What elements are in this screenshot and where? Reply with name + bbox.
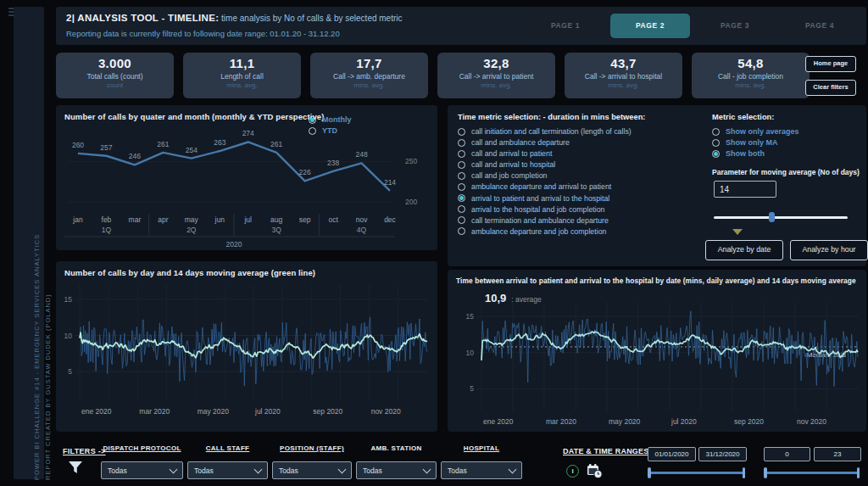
- filter-dropdown[interactable]: Todas: [187, 461, 268, 479]
- filter-dropdown[interactable]: Todas: [441, 461, 522, 479]
- sidebar-credit-line-2: REPORT CREATED BY GUSTAW DUDEK (POLAND): [44, 18, 54, 480]
- daily-calls-chart[interactable]: 15105ene 2020mar 2020may 2020jul 2020sep…: [59, 280, 432, 421]
- radio-unselected-icon[interactable]: [712, 139, 720, 147]
- slider-track: [714, 216, 848, 219]
- chart-text: 250: [405, 157, 417, 165]
- chart-text: 4Q: [357, 226, 367, 234]
- filter-funnel-icon[interactable]: [68, 461, 84, 475]
- metric-selection-option[interactable]: Show only MA: [712, 138, 799, 147]
- radio-unselected-icon[interactable]: [458, 150, 465, 158]
- clear-filters-button[interactable]: Clear filters: [805, 80, 856, 96]
- chart-text: 254: [186, 146, 198, 154]
- kpi-label: Length of call: [183, 72, 301, 81]
- filter-dropdown[interactable]: Todas: [101, 461, 183, 479]
- time-metric-option[interactable]: call and arrival to hospital: [458, 160, 632, 169]
- daily-metric-chart[interactable]: 15105Median: 10,8ene 2020mar 2020may 202…: [453, 297, 863, 431]
- hour-to-input[interactable]: [814, 447, 861, 461]
- monthly-line-series: [78, 142, 390, 190]
- time-metric-label: call and arrival to patient: [471, 149, 552, 158]
- time-metric-option[interactable]: ambulance departure and job completion: [458, 227, 632, 236]
- filter-group-label: DISPATCH PROTOCOL: [101, 444, 183, 456]
- filter-group-call-staff: CALL STAFFTodas: [187, 444, 268, 479]
- kpi-sub: mins. avg.: [310, 81, 428, 89]
- metric-selection-options: Show only averagesShow only MAShow both: [712, 127, 799, 160]
- time-metric-option[interactable]: arrival to the hospital and job completi…: [458, 205, 632, 214]
- hour-from-input[interactable]: [764, 447, 810, 461]
- slider-handle-right[interactable]: [857, 467, 860, 478]
- time-metric-label: call termination and ambulance departure: [471, 216, 609, 225]
- filter-dropdown-value: Todas: [108, 466, 127, 475]
- chart-text: 214: [384, 178, 396, 187]
- tab-page-4[interactable]: PAGE 4: [780, 14, 860, 38]
- time-metric-option[interactable]: ambulance departure and arrival to patie…: [458, 182, 632, 191]
- metric-selection-option[interactable]: Show both: [712, 149, 799, 158]
- chart-text: ene 2020: [483, 417, 514, 426]
- time-metric-option[interactable]: call and arrival to patient: [458, 149, 632, 158]
- radio-selected-icon[interactable]: [309, 116, 316, 124]
- kpi-sub: count: [56, 81, 174, 89]
- radio-selected-icon[interactable]: [712, 150, 720, 158]
- radio-unselected-icon[interactable]: [458, 183, 465, 191]
- time-metric-option[interactable]: arrival to patient and arrival to the ho…: [458, 194, 632, 203]
- filter-dropdown[interactable]: Todas: [356, 461, 437, 479]
- slider-handle-left[interactable]: [764, 467, 767, 478]
- info-icon[interactable]: i: [566, 465, 579, 478]
- kpi-label: Call -> amb. departure: [310, 72, 428, 81]
- ma-parameter-slider[interactable]: [714, 212, 848, 222]
- date-range-slider[interactable]: [648, 467, 745, 478]
- time-metric-option[interactable]: call termination and ambulance departure: [458, 216, 632, 225]
- analyze-by-date-button[interactable]: Analyze by date: [705, 240, 783, 260]
- chart-text: may 2020: [609, 417, 641, 426]
- kpi-value: 43,7: [565, 56, 682, 70]
- slider-handle-left[interactable]: [648, 467, 651, 478]
- radio-selected-icon[interactable]: [458, 194, 465, 202]
- tab-page-1[interactable]: PAGE 1: [526, 14, 605, 38]
- kpi-sub: mins. avg.: [565, 81, 682, 89]
- monthly-chart-panel: Number of calls by quater and month (mon…: [56, 105, 437, 250]
- kpi-label: Call -> arrival to patient: [437, 72, 555, 81]
- date-to-input[interactable]: [698, 447, 747, 461]
- radio-unselected-icon[interactable]: [458, 128, 465, 136]
- metric-selection-option[interactable]: Show only averages: [712, 127, 799, 136]
- chart-text: jul: [243, 215, 252, 224]
- filter-dropdown[interactable]: Todas: [272, 461, 352, 479]
- date-from-input[interactable]: [648, 447, 696, 461]
- kpi-label: Call -> arrival to hospital: [565, 72, 682, 81]
- slider-handle-right[interactable]: [743, 467, 746, 478]
- chart-text: 10: [466, 349, 475, 357]
- time-metric-option[interactable]: call initiation and call termination (le…: [458, 127, 632, 136]
- chart-text: jul 2020: [670, 417, 697, 426]
- radio-unselected-icon[interactable]: [712, 128, 720, 136]
- calendar-clock-icon[interactable]: [587, 463, 604, 479]
- hour-range-slider[interactable]: [764, 467, 860, 478]
- time-metric-option[interactable]: call and job completion: [458, 171, 632, 180]
- home-page-button[interactable]: Home page: [805, 56, 856, 72]
- chart-text: 226: [299, 168, 311, 176]
- radio-unselected-icon[interactable]: [458, 216, 465, 224]
- filter-group-label: POSITION (STAFF): [272, 444, 352, 456]
- monthly-legend-option[interactable]: Monthly: [309, 115, 352, 124]
- metric-selection-title: Metric selection:: [712, 113, 774, 121]
- radio-unselected-icon[interactable]: [458, 172, 465, 180]
- chart-text: 5: [68, 367, 72, 376]
- daily-metric-title: Time between arrival to patient and arri…: [456, 277, 856, 285]
- chart-text: 3Q: [272, 226, 282, 234]
- filter-group-label: CALL STAFF: [187, 444, 268, 456]
- chart-text: jul 2020: [254, 407, 281, 416]
- chart-text: 15: [64, 295, 73, 304]
- analyze-by-hour-button[interactable]: Analyze by hour: [790, 240, 868, 260]
- time-metric-option[interactable]: call and ambulance departure: [458, 138, 632, 147]
- ma-parameter-input[interactable]: [714, 181, 776, 198]
- chart-text: 2Q: [186, 226, 197, 234]
- slider-thumb[interactable]: [769, 212, 775, 222]
- radio-unselected-icon[interactable]: [458, 161, 465, 169]
- radio-unselected-icon[interactable]: [458, 205, 465, 213]
- tab-page-3[interactable]: PAGE 3: [695, 14, 775, 38]
- monthly-line-chart[interactable]: 2502002602572462612542632742612262382482…: [56, 124, 437, 251]
- radio-unselected-icon[interactable]: [458, 227, 465, 235]
- radio-unselected-icon[interactable]: [458, 139, 465, 147]
- chart-text: nov: [356, 215, 368, 224]
- tab-page-2[interactable]: PAGE 2: [610, 14, 690, 38]
- time-metric-label: call and ambulance departure: [471, 138, 570, 147]
- filters-label: FILTERS ->: [63, 447, 106, 455]
